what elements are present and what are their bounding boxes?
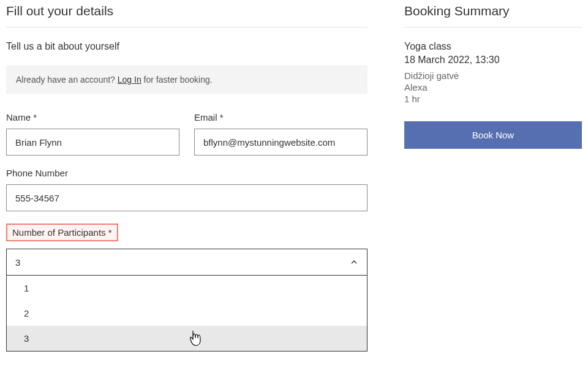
email-input[interactable] [194, 129, 368, 156]
participants-select[interactable]: 3 [6, 249, 368, 276]
login-banner-post: for faster booking. [141, 75, 213, 85]
summary-staff: Alexa [404, 82, 582, 92]
participants-selected-value: 3 [15, 257, 20, 268]
summary-datetime: 18 March 2022, 13:30 [404, 55, 582, 66]
chevron-up-icon [350, 258, 358, 266]
form-heading: Fill out your details [6, 4, 368, 18]
summary-location: Didžioji gatvė [404, 70, 582, 81]
name-input[interactable] [6, 129, 179, 156]
pointer-cursor-icon [188, 329, 203, 347]
login-banner-pre: Already have an account? [16, 75, 118, 85]
summary-duration: 1 hr [404, 94, 582, 104]
phone-input[interactable] [6, 184, 368, 211]
name-label: Name * [6, 112, 179, 122]
login-link[interactable]: Log In [118, 75, 141, 85]
participants-dropdown: 1 2 3 [6, 276, 368, 352]
email-label: Email * [194, 112, 368, 122]
login-banner: Already have an account? Log In for fast… [6, 66, 368, 94]
summary-service: Yoga class [404, 41, 582, 52]
participants-option-1[interactable]: 1 [7, 276, 367, 301]
participants-option-2[interactable]: 2 [7, 301, 367, 326]
participants-option-3[interactable]: 3 [7, 326, 367, 351]
summary-divider [404, 27, 582, 28]
summary-heading: Booking Summary [404, 4, 582, 18]
phone-label: Phone Number [6, 168, 368, 178]
participants-label: Number of Participants * [12, 227, 112, 238]
divider [6, 27, 368, 28]
book-now-button[interactable]: Book Now [404, 121, 582, 149]
participants-option-3-label: 3 [24, 333, 29, 344]
form-subheading: Tell us a bit about yourself [6, 41, 368, 52]
participants-label-highlight: Number of Participants * [6, 224, 118, 241]
